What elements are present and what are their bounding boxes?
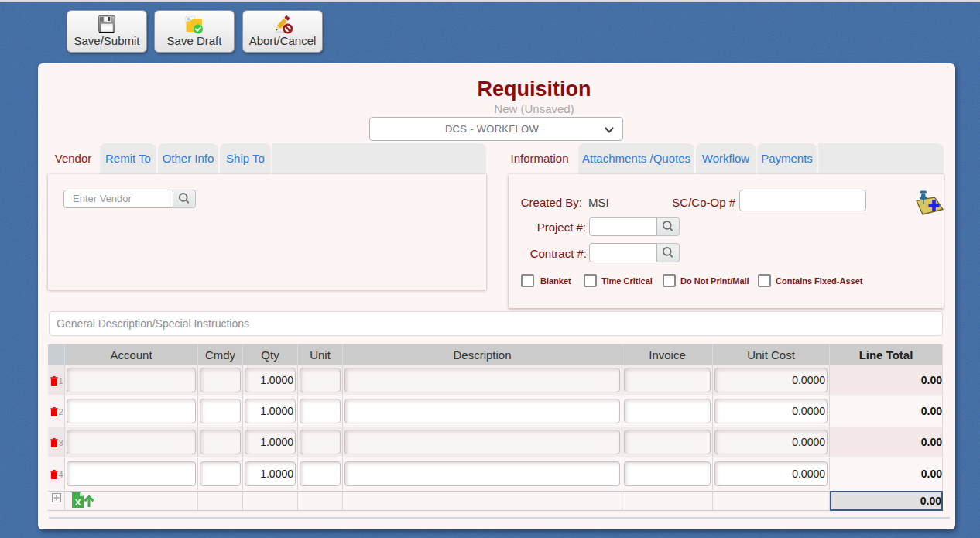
svg-text:X: X [75,498,81,507]
